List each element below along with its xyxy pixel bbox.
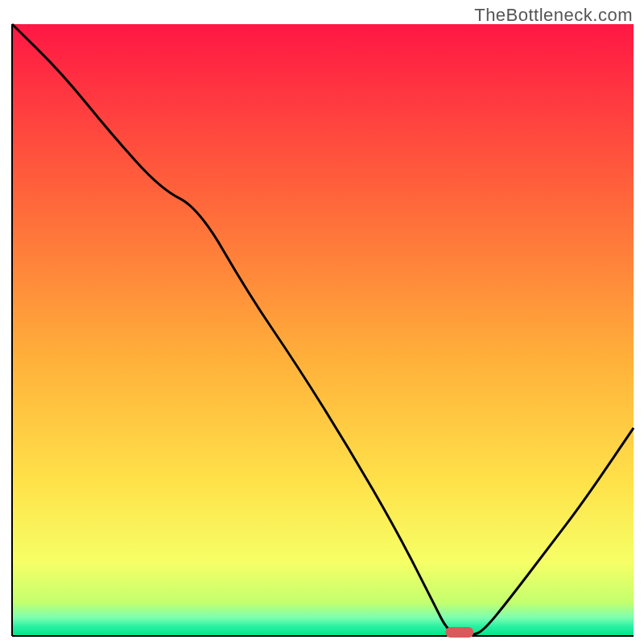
plot-background [12, 24, 634, 636]
chart-container: TheBottleneck.com [0, 0, 644, 644]
optimal-marker [445, 627, 473, 638]
bottleneck-chart [0, 0, 644, 644]
watermark-text: TheBottleneck.com [474, 5, 633, 26]
